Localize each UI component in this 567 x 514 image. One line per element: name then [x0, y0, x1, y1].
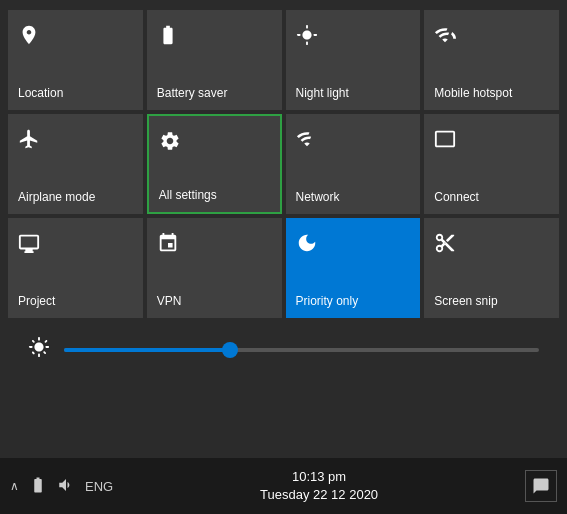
- vpn-label: VPN: [157, 294, 182, 308]
- connect-icon: [434, 128, 456, 156]
- chevron-up-icon[interactable]: ∧: [10, 479, 19, 493]
- location-label: Location: [18, 86, 63, 100]
- brightness-slider[interactable]: [64, 348, 539, 352]
- tile-night-light[interactable]: Night light: [286, 10, 421, 110]
- tile-vpn[interactable]: VPN: [147, 218, 282, 318]
- project-label: Project: [18, 294, 55, 308]
- airplane-mode-icon: [18, 128, 40, 156]
- language-label[interactable]: ENG: [85, 479, 113, 494]
- tile-battery-saver[interactable]: Battery saver: [147, 10, 282, 110]
- airplane-mode-label: Airplane mode: [18, 190, 95, 204]
- brightness-icon: [28, 336, 50, 363]
- tile-mobile-hotspot[interactable]: Mobile hotspot: [424, 10, 559, 110]
- night-light-label: Night light: [296, 86, 349, 100]
- tile-airplane-mode[interactable]: Airplane mode: [8, 114, 143, 214]
- screen-snip-label: Screen snip: [434, 294, 497, 308]
- tile-network[interactable]: Network: [286, 114, 421, 214]
- mobile-hotspot-icon: [434, 24, 456, 52]
- clock-section[interactable]: 10:13 pm Tuesday 22 12 2020: [260, 468, 378, 504]
- all-settings-icon: [159, 130, 181, 158]
- all-settings-label: All settings: [159, 188, 217, 202]
- vpn-icon: [157, 232, 179, 260]
- date-display: Tuesday 22 12 2020: [260, 486, 378, 504]
- tile-location[interactable]: Location: [8, 10, 143, 110]
- volume-taskbar-icon[interactable]: [57, 476, 75, 497]
- notification-button[interactable]: [525, 470, 557, 502]
- taskbar-left: ∧ ENG: [10, 476, 113, 497]
- network-icon: [296, 128, 318, 156]
- tiles-grid: Location Battery saver Night light: [8, 10, 559, 318]
- tile-project[interactable]: Project: [8, 218, 143, 318]
- brightness-thumb[interactable]: [222, 342, 238, 358]
- battery-taskbar-icon: [29, 476, 47, 497]
- taskbar: ∧ ENG 10:13 pm Tuesday 22 12 2020: [0, 458, 567, 514]
- brightness-section: [8, 318, 559, 381]
- mobile-hotspot-label: Mobile hotspot: [434, 86, 512, 100]
- night-light-icon: [296, 24, 318, 52]
- priority-only-label: Priority only: [296, 294, 359, 308]
- connect-label: Connect: [434, 190, 479, 204]
- battery-saver-icon: [157, 24, 179, 52]
- brightness-fill: [64, 348, 230, 352]
- tile-all-settings[interactable]: All settings: [147, 114, 282, 214]
- priority-only-icon: [296, 232, 318, 260]
- battery-saver-label: Battery saver: [157, 86, 228, 100]
- project-icon: [18, 232, 40, 260]
- tile-connect[interactable]: Connect: [424, 114, 559, 214]
- location-icon: [18, 24, 40, 52]
- tile-screen-snip[interactable]: Screen snip: [424, 218, 559, 318]
- tile-priority-only[interactable]: Priority only: [286, 218, 421, 318]
- quick-actions-panel: Location Battery saver Night light: [0, 0, 567, 389]
- network-label: Network: [296, 190, 340, 204]
- time-display: 10:13 pm: [292, 468, 346, 486]
- taskbar-right: [525, 470, 557, 502]
- screen-snip-icon: [434, 232, 456, 260]
